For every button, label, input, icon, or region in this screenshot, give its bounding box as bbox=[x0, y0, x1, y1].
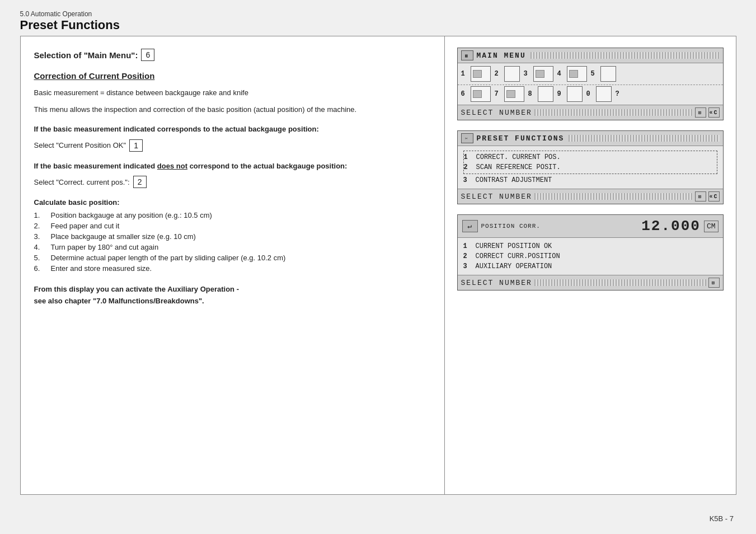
select-ok-line: Select "Current Position OK" 1 bbox=[34, 139, 431, 152]
select-correct-line: Select "Correct. current pos.": 2 bbox=[34, 176, 431, 188]
num-cell-1[interactable] bbox=[471, 66, 491, 82]
preset-item-3: 3 CONTRAST ADJUSTMENT bbox=[463, 175, 717, 185]
preset-item-3-text: CONTRAST ADJUSTMENT bbox=[476, 176, 552, 184]
dashed-box: 1 CORRECT. CURRENT POS. 2 SCAN REFERENCE… bbox=[463, 151, 717, 174]
pos-label: POSITION CORR. bbox=[481, 223, 541, 229]
pos-item-1: 1 CURRENT POSITION OK bbox=[463, 241, 717, 251]
list-item: 4.Turn paper by 180° and cut again bbox=[34, 243, 431, 251]
num-cell-9[interactable] bbox=[567, 86, 583, 102]
screen1-topbar: ▦ MAIN MENU bbox=[458, 48, 723, 63]
screen1-select-label: SELECT NUMBER bbox=[461, 109, 532, 117]
screen3-select-hatching bbox=[534, 279, 706, 286]
if-not-ok-label: If the basic measurement indicated does … bbox=[34, 161, 431, 172]
pos-unit: CM bbox=[704, 221, 719, 232]
screen1-row1: 1 2 3 4 5 bbox=[458, 63, 723, 85]
pos-item-2: 2 CORRECT CURR.POSITION bbox=[463, 251, 717, 261]
page-number: K5B - 7 bbox=[710, 514, 734, 523]
num-cell-7[interactable] bbox=[504, 86, 524, 102]
num-cell-0[interactable] bbox=[596, 86, 612, 102]
screen1-hatching bbox=[530, 52, 720, 59]
page-header: 5.0 Automatic Operation Preset Functions bbox=[20, 10, 736, 32]
preset-item-1-text: CORRECT. CURRENT POS. bbox=[476, 153, 561, 161]
num-cell-5[interactable] bbox=[600, 66, 616, 82]
num-cell-3[interactable] bbox=[533, 66, 553, 82]
preset-item-2-text: SCAN REFERENCE POSIT. bbox=[476, 163, 561, 171]
select-ok-label: Select "Current Position OK" bbox=[34, 141, 126, 149]
list-item: 1.Position backgauge at any position (e.… bbox=[34, 211, 431, 219]
correction-title: Correction of Current Position bbox=[34, 71, 431, 81]
screen3-select-bar: SELECT NUMBER ⊞ bbox=[458, 275, 723, 290]
screen2-title: PRESET FUNCTIONS bbox=[477, 134, 565, 143]
screen2-topbar: ✂ PRESET FUNCTIONS bbox=[458, 131, 723, 146]
section-label: 5.0 Automatic Operation bbox=[20, 10, 736, 18]
screen1-select-bar: SELECT NUMBER ⊞ «C bbox=[458, 105, 723, 120]
preset-item-1: 1 CORRECT. CURRENT POS. bbox=[464, 152, 717, 162]
pos-item-3-text: AUXILIARY OPERATION bbox=[476, 263, 552, 270]
screen1-clear-icon[interactable]: «C bbox=[708, 107, 720, 118]
desc1: Basic measurement = distance between bac… bbox=[34, 87, 431, 99]
screen2-corner-icon: ⊞ bbox=[695, 191, 706, 202]
select-ok-number: 1 bbox=[129, 139, 143, 152]
screen2-hatching bbox=[569, 135, 719, 142]
left-panel: Selection of "Main Menu": 6 Correction o… bbox=[21, 36, 445, 494]
screen-preset-functions: ✂ PRESET FUNCTIONS 1 CORRECT. CURRENT PO… bbox=[457, 130, 724, 204]
select-correct-number: 2 bbox=[133, 176, 147, 188]
main-menu-label: Selection of "Main Menu": bbox=[34, 50, 138, 60]
calculate-label: Calculate basic position: bbox=[34, 198, 431, 207]
main-menu-selection: Selection of "Main Menu": 6 bbox=[34, 49, 431, 61]
screen2-clear-icon[interactable]: «C bbox=[708, 191, 720, 202]
page-wrapper: 5.0 Automatic Operation Preset Functions… bbox=[20, 10, 736, 495]
steps-list: 1.Position backgauge at any position (e.… bbox=[34, 211, 431, 273]
list-item: 6.Enter and store measured size. bbox=[34, 264, 431, 273]
screen1-title: MAIN MENU bbox=[477, 51, 526, 60]
num-cell-4[interactable] bbox=[567, 66, 587, 82]
screen3-select-label: SELECT NUMBER bbox=[461, 279, 532, 287]
pos-display-bar: ↵ POSITION CORR. 12.000 CM bbox=[458, 215, 723, 238]
pos-item-2-text: CORRECT CURR.POSITION bbox=[476, 252, 560, 260]
num-cell-6[interactable] bbox=[471, 86, 491, 102]
auxiliary-note: From this display you can activate the A… bbox=[34, 284, 431, 307]
list-item: 5.Determine actual paper length of the p… bbox=[34, 254, 431, 262]
screen2-icon: ✂ bbox=[461, 133, 473, 143]
screen-position-corr: ↵ POSITION CORR. 12.000 CM 1 CURRENT POS… bbox=[457, 214, 724, 291]
list-item: 2.Feed paper and cut it bbox=[34, 222, 431, 230]
screen1-row2: 6 7 8 9 0 ? bbox=[458, 85, 723, 105]
content-area: Selection of "Main Menu": 6 Correction o… bbox=[20, 36, 736, 495]
num-cell-8[interactable] bbox=[538, 86, 553, 102]
pos-item-1-text: CURRENT POSITION OK bbox=[476, 242, 552, 250]
pos-item-3: 3 AUXILIARY OPERATION bbox=[463, 261, 717, 271]
screen1-icon: ▦ bbox=[461, 50, 473, 60]
main-menu-number: 6 bbox=[141, 49, 154, 61]
desc2: This menu allows the inspection and corr… bbox=[34, 104, 431, 115]
screen-main-menu: ▦ MAIN MENU 1 2 3 4 5 6 bbox=[457, 48, 724, 120]
select-correct-label: Select "Correct. current pos.": bbox=[34, 178, 130, 186]
screen1-select-hatching bbox=[534, 109, 693, 116]
list-item: 3.Place backgauge at smaller size (e.g. … bbox=[34, 232, 431, 241]
preset-item-2: 2 SCAN REFERENCE POSIT. bbox=[464, 162, 717, 172]
pos-icon: ↵ bbox=[462, 220, 478, 232]
right-panel: ▦ MAIN MENU 1 2 3 4 5 6 bbox=[445, 36, 736, 494]
pos-value: 12.000 bbox=[641, 218, 701, 235]
screen3-corner-icon: ⊞ bbox=[708, 278, 720, 288]
screen1-corner-icon: ⊞ bbox=[695, 107, 706, 118]
screen2-select-bar: SELECT NUMBER ⊞ «C bbox=[458, 189, 723, 204]
screen2-select-hatching bbox=[534, 193, 693, 200]
page-title: Preset Functions bbox=[20, 18, 736, 32]
screen2-select-label: SELECT NUMBER bbox=[461, 193, 532, 201]
preset-list: 1 CORRECT. CURRENT POS. 2 SCAN REFERENCE… bbox=[458, 146, 723, 189]
if-ok-label: If the basic measurement indicated corre… bbox=[34, 124, 431, 135]
num-cell-2[interactable] bbox=[504, 66, 520, 82]
pos-items: 1 CURRENT POSITION OK 2 CORRECT CURR.POS… bbox=[458, 238, 723, 275]
